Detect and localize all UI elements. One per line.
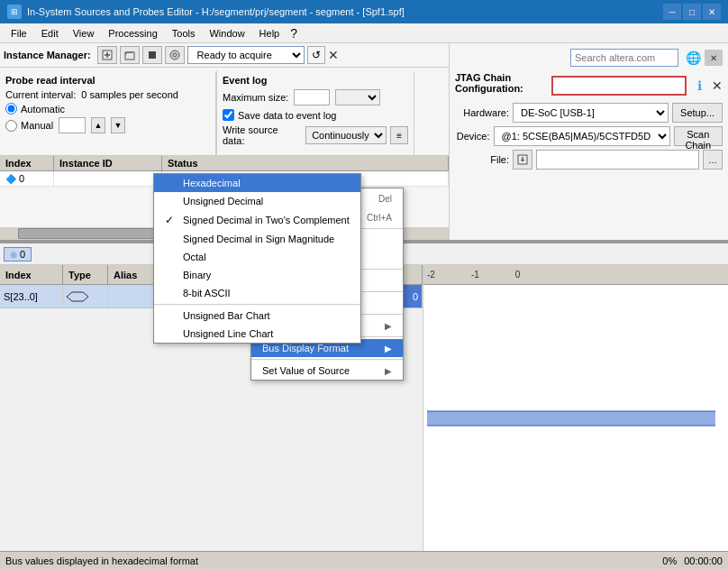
jtag-close-btn[interactable]: ✕ <box>712 78 723 93</box>
bottom-tab-icon: ⊕ <box>10 250 17 260</box>
manual-radio-label[interactable]: Manual <box>5 120 53 132</box>
write-source-label: Write source data: <box>223 124 302 146</box>
ctx-delete[interactable]: ✕ Delete Del <box>251 188 403 208</box>
bus-bit-order-arrow: ▶ <box>385 321 392 331</box>
ctx-ungroup[interactable]: Ungroup <box>251 271 403 289</box>
status-percent: 0% <box>662 555 677 566</box>
file-browse-btn[interactable]: … <box>703 150 723 170</box>
search-input[interactable] <box>570 49 678 67</box>
menu-tools[interactable]: Tools <box>165 26 203 41</box>
instance-table-header: Index Instance ID Status <box>0 156 449 171</box>
status-message: Bus values displayed in hexadecimal form… <box>5 555 198 566</box>
open-icon <box>124 50 135 60</box>
ctx-sep-2 <box>251 269 403 270</box>
hardware-label: Hardware: <box>455 107 509 118</box>
ctx-bus-display-format[interactable]: Bus Display Format ▶ <box>251 339 403 357</box>
set-value-arrow: ▶ <box>385 366 392 376</box>
setup-button[interactable]: Setup... <box>672 103 723 123</box>
write-source-btn[interactable]: ≡ <box>390 126 408 144</box>
instance-status-cell: Not running... <box>162 171 449 186</box>
max-size-input[interactable]: 8 <box>294 89 330 106</box>
status-dropdown[interactable]: Ready to acquire <box>187 46 305 64</box>
col-status: Status <box>162 156 449 170</box>
ctx-delete-alias[interactable]: Delete Alias <box>251 249 403 267</box>
current-interval-value: 0 samples per second <box>81 89 178 100</box>
col-signal-index: Index <box>0 265 63 284</box>
jtag-info-btn[interactable]: ℹ <box>692 76 706 96</box>
toolbar-btn-run[interactable] <box>165 46 185 64</box>
device-select[interactable]: @1: 5CSE(BA5|MA5)/5CSTFD5D <box>494 126 670 146</box>
title-bar: ⊞ In-System Sources and Probes Editor - … <box>0 0 728 23</box>
minimize-button[interactable]: ─ <box>663 4 681 20</box>
automatic-radio-label[interactable]: Automatic <box>5 103 65 115</box>
bottom-tab-label: 0 <box>20 249 25 260</box>
maximize-button[interactable]: □ <box>683 4 701 20</box>
probe-read-title: Probe read interval <box>5 75 210 86</box>
instance-row[interactable]: 🔷 0 Not running... <box>0 171 449 187</box>
signal-alias-cell <box>108 285 162 307</box>
download-icon <box>516 153 529 166</box>
altera-help-icon: ? <box>290 26 297 41</box>
jtag-panel-close[interactable]: ✕ <box>705 50 723 66</box>
refresh-button[interactable]: ↺ <box>307 46 325 64</box>
run-icon <box>169 50 180 60</box>
file-icon-btn[interactable] <box>513 150 532 170</box>
current-interval-label: Current interval: <box>5 89 76 100</box>
svg-point-4 <box>170 50 179 60</box>
signal-type-cell <box>63 285 108 307</box>
instance-id-cell <box>54 171 162 186</box>
ctx-set-value[interactable]: Set Value of Source ▶ <box>251 362 403 380</box>
ctx-bus-bit-order[interactable]: Bus Bit Order ▶ <box>251 317 403 335</box>
ctx-sep-3 <box>251 291 403 292</box>
manual-radio[interactable] <box>5 120 17 132</box>
bus-type-icon <box>67 290 88 303</box>
signal-index-cell: S[23..0] <box>0 285 63 307</box>
toolbar-btn-stop[interactable] <box>142 46 162 64</box>
menu-view[interactable]: View <box>66 26 102 41</box>
menu-help[interactable]: Help <box>252 26 287 41</box>
close-button[interactable]: ✕ <box>703 4 721 20</box>
hardware-select[interactable]: DE-SoC [USB-1] <box>513 103 669 123</box>
instance-manager-label: Instance Manager: <box>4 50 91 60</box>
menu-window[interactable]: Window <box>202 26 251 41</box>
scan-chain-button[interactable]: Scan Chain <box>674 126 723 146</box>
interval-up-btn[interactable]: ▲ <box>91 117 105 133</box>
ctx-select-all[interactable]: Select All Ctrl+A <box>251 208 403 226</box>
ctx-sep-1 <box>251 228 403 229</box>
save-data-label: Save data to event log <box>238 110 336 121</box>
interval-down-btn[interactable]: ▼ <box>111 117 125 133</box>
toolbar-btn-1[interactable] <box>97 46 117 64</box>
delete-icon: ✕ <box>262 192 271 205</box>
instance-row-icon: 🔷 <box>5 174 16 184</box>
menu-edit[interactable]: Edit <box>34 26 66 41</box>
col-signal-alias: Alias <box>108 265 162 284</box>
manual-interval-input[interactable]: 1 <box>59 117 86 133</box>
ctx-sep-5 <box>251 336 403 337</box>
col-index: Index <box>0 156 54 170</box>
globe-icon: 🌐 <box>686 50 701 65</box>
event-log-title: Event log <box>223 75 408 86</box>
save-data-checkbox[interactable] <box>223 109 234 121</box>
write-source-select[interactable]: Continuously <box>305 126 387 144</box>
jtag-status-input[interactable]: JTAG ready <box>551 76 687 96</box>
automatic-radio[interactable] <box>5 103 17 115</box>
panel-close-button[interactable]: ✕ <box>328 48 339 62</box>
max-size-label: Maximum size: <box>223 92 288 103</box>
menu-file[interactable]: File <box>4 26 34 41</box>
instance-index: 0 <box>19 173 24 184</box>
svg-line-12 <box>83 292 88 297</box>
file-path-input[interactable] <box>536 150 699 170</box>
h-scrollbar-thumb[interactable] <box>18 228 180 239</box>
max-size-unit-select[interactable] <box>335 89 380 106</box>
col-signal-type: Type <box>63 265 108 284</box>
waveform-scale: -2 -1 0 <box>423 270 728 280</box>
toolbar-btn-2[interactable] <box>120 46 140 64</box>
bottom-tab[interactable]: ⊕ 0 <box>4 247 32 262</box>
svg-line-13 <box>83 297 88 301</box>
ctx-set-alias[interactable]: Set Alias... <box>251 231 403 249</box>
new-icon <box>102 50 113 60</box>
app-icon: ⊞ <box>7 5 22 19</box>
svg-line-9 <box>67 297 72 301</box>
ctx-rename[interactable]: Rename <box>251 294 403 312</box>
menu-processing[interactable]: Processing <box>101 26 164 41</box>
